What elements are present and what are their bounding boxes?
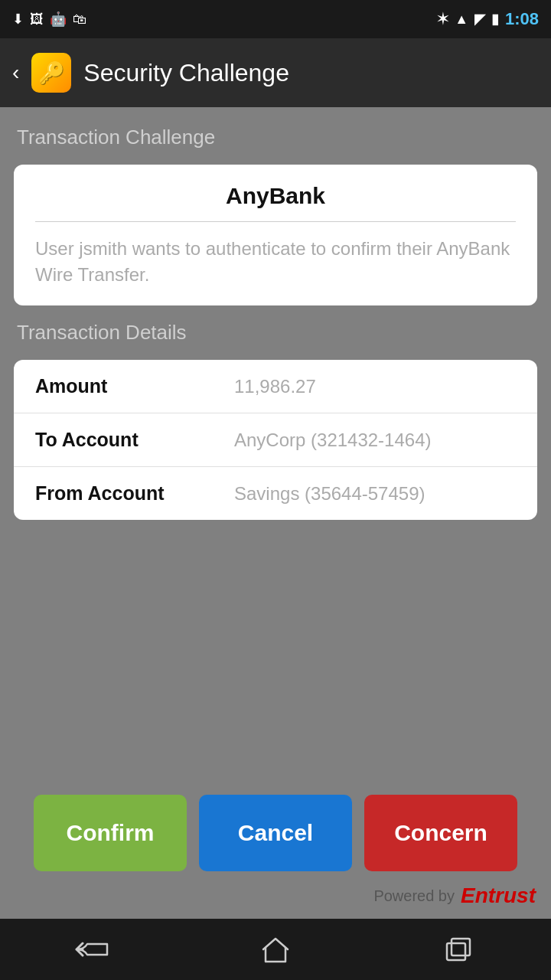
bag-icon: 🛍	[73, 11, 86, 28]
battery-icon: ▮	[491, 11, 499, 28]
svg-rect-0	[452, 939, 470, 956]
bank-name: AnyBank	[35, 183, 516, 222]
to-account-row: To Account AnyCorp (321432-1464)	[14, 413, 537, 467]
signal-icon: ◤	[474, 11, 485, 28]
wifi-icon: ▲	[455, 11, 468, 28]
entrust-brand: Entrust	[461, 884, 536, 908]
powered-by-text: Powered by	[373, 887, 455, 905]
from-account-label: From Account	[35, 482, 234, 505]
main-content: Transaction Challenge AnyBank User jsmit…	[0, 107, 551, 779]
status-bar: ⬇ 🖼 🤖 🛍 ✶ ▲ ◤ ▮ 1:08	[0, 0, 551, 38]
to-account-value: AnyCorp (321432-1464)	[234, 430, 516, 451]
nav-bar	[0, 919, 551, 980]
transaction-challenge-label: Transaction Challenge	[14, 126, 537, 149]
download-icon: ⬇	[12, 11, 24, 28]
bluetooth-icon: ✶	[437, 11, 448, 28]
status-bar-left: ⬇ 🖼 🤖 🛍	[12, 11, 86, 28]
nav-back-button[interactable]	[61, 926, 122, 972]
back-button[interactable]: ‹	[12, 60, 19, 85]
confirm-button[interactable]: Confirm	[34, 795, 187, 871]
nav-home-button[interactable]	[245, 926, 306, 972]
transaction-challenge-card: AnyBank User jsmith wants to authenticat…	[14, 165, 537, 305]
app-icon: 🔑	[31, 53, 71, 93]
action-buttons: Confirm Cancel Concern	[0, 779, 551, 884]
status-time: 1:08	[505, 9, 539, 29]
amount-value: 11,986.27	[234, 376, 516, 397]
amount-label: Amount	[35, 375, 234, 397]
status-bar-right: ✶ ▲ ◤ ▮ 1:08	[437, 9, 539, 29]
svg-rect-1	[447, 943, 465, 960]
transaction-details-card: Amount 11,986.27 To Account AnyCorp (321…	[14, 360, 537, 520]
from-account-value: Savings (35644-57459)	[234, 483, 516, 505]
powered-by-area: Powered by Entrust	[0, 884, 551, 919]
app-bar: ‹ 🔑 Security Challenge	[0, 38, 551, 107]
concern-button[interactable]: Concern	[364, 795, 517, 871]
nav-recents-button[interactable]	[429, 926, 490, 972]
android-icon: 🤖	[50, 11, 67, 28]
app-bar-title: Security Challenge	[83, 59, 289, 87]
challenge-description: User jsmith wants to authenticate to con…	[35, 236, 516, 287]
transaction-details-label: Transaction Details	[14, 321, 537, 345]
amount-row: Amount 11,986.27	[14, 360, 537, 413]
to-account-label: To Account	[35, 429, 234, 451]
from-account-row: From Account Savings (35644-57459)	[14, 467, 537, 520]
cancel-button[interactable]: Cancel	[199, 795, 352, 871]
image-icon: 🖼	[30, 11, 44, 28]
